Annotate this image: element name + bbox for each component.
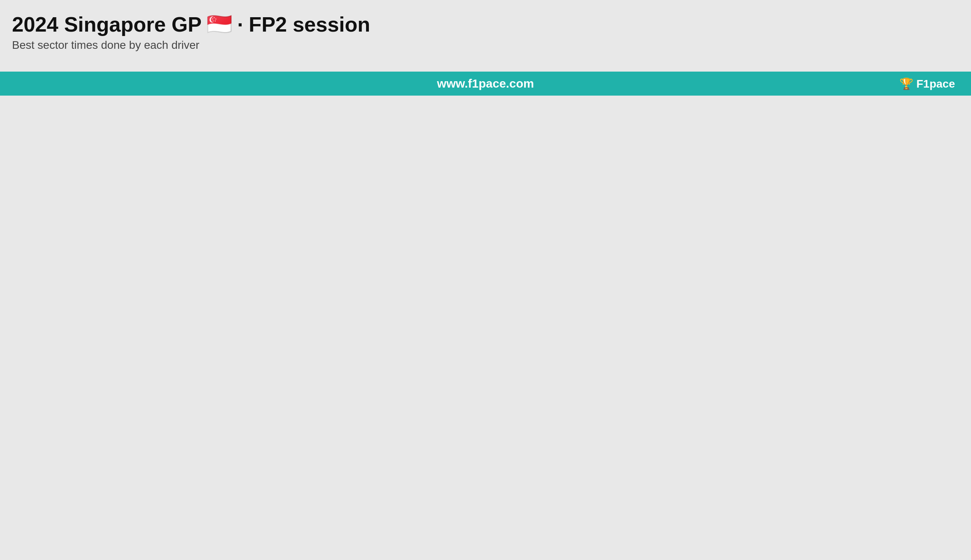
title-text: 2024 Singapore GP — [12, 12, 202, 36]
session-text: · FP2 session — [237, 12, 370, 36]
main-container: 2024 Singapore GP 🇸🇬 · FP2 session Best … — [0, 0, 971, 64]
subtitle: Best sector times done by each driver — [12, 39, 959, 52]
footer: www.f1pace.com 🏆 F1pace — [0, 72, 971, 96]
footer-logo: 🏆 F1pace — [899, 77, 955, 90]
page-title: 2024 Singapore GP 🇸🇬 · FP2 session — [12, 12, 959, 36]
footer-url: www.f1pace.com — [437, 77, 534, 90]
flag-icon: 🇸🇬 — [206, 12, 232, 36]
